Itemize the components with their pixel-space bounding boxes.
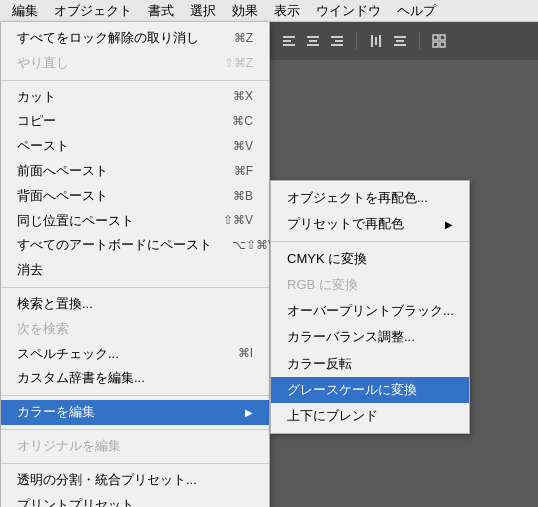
submenu-arrow: ▶ [245, 405, 253, 421]
menu-findnext-label: 次を検索 [17, 319, 69, 340]
submenu-overprint-black-label: オーバープリントブラック... [287, 300, 454, 322]
menu-custom-dict-label: カスタム辞書を編集... [17, 368, 145, 389]
menu-clear-label: 消去 [17, 260, 43, 281]
menu-edit-original-label: オリジナルを編集 [17, 436, 121, 457]
submenu-divider-1 [271, 241, 469, 242]
submenu-recolor[interactable]: オブジェクトを再配色... [271, 185, 469, 211]
menu-paste-front-label: 前面へペースト [17, 161, 108, 182]
menu-transparency-preset-label: 透明の分割・統合プリセット... [17, 470, 197, 491]
menubar-hyoji[interactable]: 表示 [266, 0, 308, 22]
divider-4 [1, 429, 269, 430]
submenu-overprint-black[interactable]: オーバープリントブラック... [271, 298, 469, 324]
menu-paste-inplace-shortcut: ⇧⌘V [223, 211, 253, 230]
menubar-koka[interactable]: 効果 [224, 0, 266, 22]
submenu-rgb[interactable]: RGB に変換 [271, 272, 469, 298]
menu-print-preset[interactable]: プリントプリセット... [1, 493, 269, 507]
submenu-color-balance-label: カラーバランス調整... [287, 326, 415, 348]
divider-2 [1, 287, 269, 288]
menubar-window[interactable]: ウインドウ [308, 0, 389, 22]
menu-copy-label: コピー [17, 111, 56, 132]
menu-undo[interactable]: すべてをロック解除の取り消し ⌘Z [1, 26, 269, 51]
submenu-grayscale-label: グレースケールに変換 [287, 379, 417, 401]
menu-paste-front[interactable]: 前面へペースト ⌘F [1, 159, 269, 184]
menu-copy-shortcut: ⌘C [232, 112, 253, 131]
menu-transparency-preset[interactable]: 透明の分割・統合プリセット... [1, 468, 269, 493]
menu-copy[interactable]: コピー ⌘C [1, 109, 269, 134]
menubar-object[interactable]: オブジェクト [46, 0, 140, 22]
menu-spellcheck[interactable]: スペルチェック... ⌘I [1, 342, 269, 367]
menu-redo-label: やり直し [17, 53, 69, 74]
submenu-recolor-label: オブジェクトを再配色... [287, 187, 428, 209]
menu-paste[interactable]: ペースト ⌘V [1, 134, 269, 159]
menu-paste-inplace-label: 同じ位置にペースト [17, 211, 134, 232]
submenu-grayscale[interactable]: グレースケールに変換 [271, 377, 469, 403]
menu-paste-shortcut: ⌘V [233, 137, 253, 156]
menu-findreplace[interactable]: 検索と置換... [1, 292, 269, 317]
menu-edit-colors[interactable]: カラーを編集 ▶ [1, 400, 269, 425]
menu-paste-allboards-label: すべてのアートボードにペースト [17, 235, 212, 256]
submenu-preset-recolor-arrow: ▶ [445, 216, 453, 233]
menu-spellcheck-label: スペルチェック... [17, 344, 119, 365]
submenu-cmyk-label: CMYK に変換 [287, 248, 367, 270]
menu-paste-back-shortcut: ⌘B [233, 187, 253, 206]
menu-paste-back[interactable]: 背面へペースト ⌘B [1, 184, 269, 209]
menu-paste-label: ペースト [17, 136, 69, 157]
menu-redo-shortcut: ⇧⌘Z [224, 54, 253, 73]
divider-1 [1, 80, 269, 81]
menubar-shoshiki[interactable]: 書式 [140, 0, 182, 22]
submenu-preset-recolor-label: プリセットで再配色 [287, 213, 404, 235]
menu-paste-inplace[interactable]: 同じ位置にペースト ⇧⌘V [1, 209, 269, 234]
submenu-preset-recolor[interactable]: プリセットで再配色 ▶ [271, 211, 469, 237]
menubar-henshu[interactable]: 編集 [4, 0, 46, 22]
menubar-sentaku[interactable]: 選択 [182, 0, 224, 22]
menu-custom-dict[interactable]: カスタム辞書を編集... [1, 366, 269, 391]
submenu-blend-vertical-label: 上下にブレンド [287, 405, 378, 427]
menu-undo-shortcut: ⌘Z [234, 29, 253, 48]
menu-clear[interactable]: 消去 [1, 258, 269, 283]
submenu-invert[interactable]: カラー反転 [271, 351, 469, 377]
menu-edit-colors-label: カラーを編集 [17, 402, 95, 423]
menu-cut-shortcut: ⌘X [233, 87, 253, 106]
menu-cut-label: カット [17, 87, 56, 108]
menu-findnext[interactable]: 次を検索 [1, 317, 269, 342]
edit-menu: すべてをロック解除の取り消し ⌘Z やり直し ⇧⌘Z カット ⌘X コピー ⌘C… [0, 22, 270, 507]
submenu-cmyk[interactable]: CMYK に変換 [271, 246, 469, 272]
menu-paste-back-label: 背面へペースト [17, 186, 108, 207]
submenu-invert-label: カラー反転 [287, 353, 352, 375]
submenu-color-balance[interactable]: カラーバランス調整... [271, 324, 469, 350]
menu-spellcheck-shortcut: ⌘I [238, 344, 253, 363]
menu-paste-allboards[interactable]: すべてのアートボードにペースト ⌥⇧⌘V [1, 233, 269, 258]
submenu-rgb-label: RGB に変換 [287, 274, 358, 296]
menu-edit-original[interactable]: オリジナルを編集 [1, 434, 269, 459]
menu-paste-front-shortcut: ⌘F [234, 162, 253, 181]
menubar-help[interactable]: ヘルプ [389, 0, 444, 22]
color-submenu: オブジェクトを再配色... プリセットで再配色 ▶ CMYK に変換 RGB に… [270, 180, 470, 434]
divider-5 [1, 463, 269, 464]
dropdown-container: すべてをロック解除の取り消し ⌘Z やり直し ⇧⌘Z カット ⌘X コピー ⌘C… [0, 22, 470, 507]
submenu-blend-vertical[interactable]: 上下にブレンド [271, 403, 469, 429]
menu-findreplace-label: 検索と置換... [17, 294, 93, 315]
menu-print-preset-label: プリントプリセット... [17, 495, 145, 507]
menu-redo[interactable]: やり直し ⇧⌘Z [1, 51, 269, 76]
menubar: 編集 オブジェクト 書式 選択 効果 表示 ウインドウ ヘルプ [0, 0, 538, 22]
menu-undo-label: すべてをロック解除の取り消し [17, 28, 199, 49]
menu-cut[interactable]: カット ⌘X [1, 85, 269, 110]
divider-3 [1, 395, 269, 396]
